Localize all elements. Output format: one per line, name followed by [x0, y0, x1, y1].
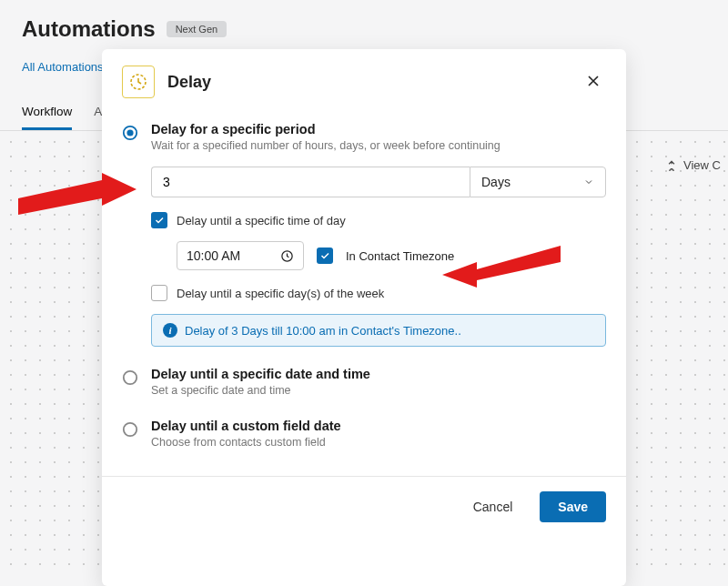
- option-custom-field[interactable]: Delay until a custom field date Choose f…: [122, 408, 606, 460]
- cancel-button[interactable]: Cancel: [459, 491, 528, 522]
- delay-icon: [122, 66, 155, 98]
- option-subtitle: Wait for a specified number of hours, da…: [151, 139, 606, 152]
- check-icon: [319, 250, 330, 261]
- duration-unit-select[interactable]: Days: [470, 167, 606, 197]
- save-button[interactable]: Save: [540, 491, 606, 522]
- option-title: Delay until a custom field date: [151, 419, 606, 433]
- chevron-down-icon: [583, 177, 594, 187]
- option-specific-period[interactable]: Delay for a specific period Wait for a s…: [122, 111, 606, 163]
- svg-point-2: [126, 129, 133, 136]
- modal-footer: Cancel Save: [102, 476, 626, 537]
- close-button[interactable]: [581, 68, 606, 96]
- option-content: Delay until a custom field date Choose f…: [151, 419, 606, 449]
- modal-title: Delay: [167, 73, 211, 92]
- delay-until-dow-row[interactable]: Delay until a specific day(s) of the wee…: [151, 285, 606, 301]
- modal-body: Delay for a specific period Wait for a s…: [102, 111, 626, 476]
- time-input[interactable]: 10:00 AM: [177, 241, 304, 270]
- svg-point-5: [124, 423, 136, 436]
- option-content: Delay for a specific period Wait for a s…: [151, 122, 606, 152]
- radio-unselected-icon[interactable]: [122, 369, 138, 386]
- next-gen-badge: Next Gen: [167, 21, 227, 37]
- svg-point-4: [124, 371, 136, 384]
- clock-icon: [280, 249, 294, 263]
- delay-until-dow-checkbox[interactable]: [151, 285, 167, 301]
- modal-header: Delay: [102, 49, 626, 111]
- page-title-row: Automations Next Gen: [22, 16, 706, 42]
- unit-value: Days: [481, 175, 511, 189]
- option-content: Delay until a specific date and time Set…: [151, 367, 606, 397]
- delay-until-time-checkbox[interactable]: [151, 212, 167, 228]
- option-subtitle: Set a specific date and time: [151, 384, 606, 397]
- option-title: Delay until a specific date and time: [151, 367, 606, 381]
- duration-input[interactable]: [151, 167, 470, 197]
- specific-period-controls: Days Delay until a specific time of day …: [151, 167, 606, 347]
- info-text: Delay of 3 Days till 10:00 am in Contact…: [185, 324, 461, 338]
- contact-timezone-label: In Contact Timezone: [346, 249, 454, 263]
- radio-selected-icon[interactable]: [122, 125, 138, 141]
- radio-unselected-icon[interactable]: [122, 421, 138, 438]
- duration-row: Days: [151, 167, 606, 197]
- check-icon: [154, 215, 165, 226]
- delay-summary-info: i Delay of 3 Days till 10:00 am in Conta…: [151, 314, 606, 347]
- delay-modal: Delay Delay for a specific period Wait f…: [102, 49, 626, 586]
- delay-until-dow-label: Delay until a specific day(s) of the wee…: [177, 287, 384, 300]
- info-icon: i: [163, 323, 177, 338]
- delay-until-time-label: Delay until a specific time of day: [177, 214, 346, 227]
- option-title: Delay for a specific period: [151, 122, 606, 136]
- delay-until-time-row[interactable]: Delay until a specific time of day: [151, 212, 606, 228]
- modal-backdrop: Delay Delay for a specific period Wait f…: [0, 49, 728, 586]
- close-icon: [584, 72, 602, 90]
- contact-timezone-checkbox[interactable]: [317, 248, 333, 264]
- time-sub-row: 10:00 AM In Contact Timezone: [177, 241, 606, 270]
- page-title: Automations: [22, 16, 156, 42]
- option-subtitle: Choose from contacts custom field: [151, 436, 606, 449]
- option-specific-datetime[interactable]: Delay until a specific date and time Set…: [122, 356, 606, 408]
- time-value: 10:00 AM: [187, 248, 240, 263]
